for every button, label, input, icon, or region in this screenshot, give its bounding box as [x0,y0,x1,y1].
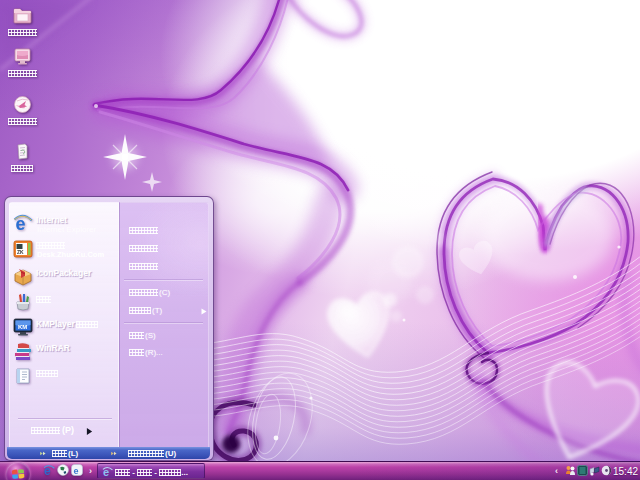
svg-text:e: e [74,466,79,476]
svg-text:ZK: ZK [17,249,24,255]
svg-text:KM: KM [18,324,27,330]
